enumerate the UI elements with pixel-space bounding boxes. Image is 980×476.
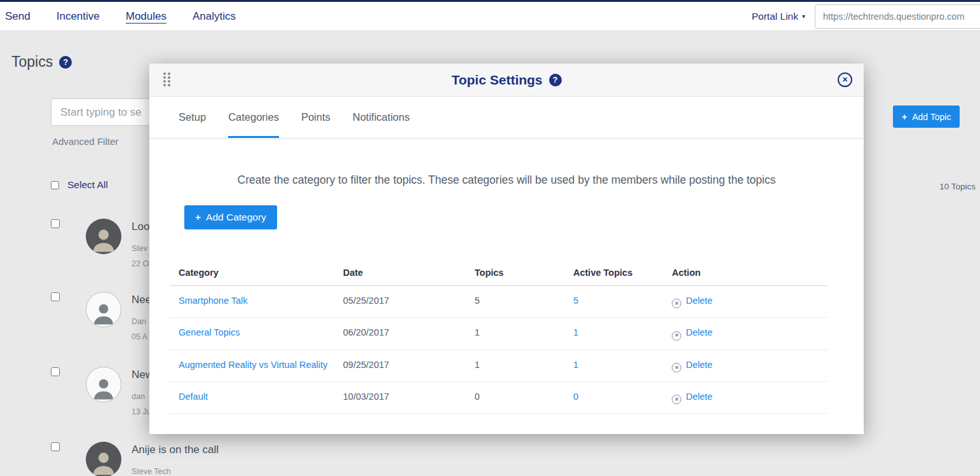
cell-topics: 1 — [466, 350, 564, 381]
cell-date: 06/20/2017 — [334, 318, 466, 350]
cell-topics: 5 — [466, 286, 564, 318]
table-row: Default 10/03/2017 0 0 ✕Delete — [170, 381, 827, 413]
nav-item-modules[interactable]: Modules — [126, 10, 167, 23]
page-title: Topics — [11, 53, 53, 71]
select-all-checkbox[interactable] — [51, 181, 59, 189]
tab-points[interactable]: Points — [301, 97, 330, 138]
close-icon[interactable]: ✕ — [838, 72, 852, 87]
delete-link[interactable]: Delete — [686, 327, 712, 337]
categories-table: Category Date Topics Active Topics Actio… — [170, 261, 827, 414]
active-topics-link[interactable]: 1 — [573, 360, 578, 370]
plus-icon: + — [195, 212, 201, 223]
portal-link-label: Portal Link — [752, 11, 798, 22]
delete-circle-icon: ✕ — [672, 395, 681, 404]
table-row: Smartphone Talk 05/25/2017 5 5 ✕Delete — [170, 286, 827, 318]
modal-title: Topic Settings — [451, 72, 542, 88]
select-all-row: Select All — [51, 179, 108, 191]
topic-checkbox[interactable] — [51, 367, 60, 376]
advanced-filter-link[interactable]: Advanced Filter — [52, 136, 118, 147]
col-topics: Topics — [466, 261, 564, 286]
topic-title[interactable]: Anije is on the call — [132, 444, 219, 456]
active-topics-link[interactable]: 0 — [573, 391, 578, 402]
table-header-row: Category Date Topics Active Topics Actio… — [170, 261, 827, 286]
avatar — [86, 219, 121, 254]
topic-meta: Anije is on the call Steve Tech — [132, 444, 219, 476]
select-all-label: Select All — [67, 179, 108, 191]
col-date: Date — [334, 261, 466, 286]
avatar — [86, 442, 121, 476]
col-action: Action — [663, 261, 827, 286]
cell-date: 05/25/2017 — [334, 286, 466, 318]
topic-author: Dan — [132, 317, 151, 326]
delete-link[interactable]: Delete — [686, 391, 712, 402]
drag-handle[interactable] — [163, 72, 170, 88]
cell-topics: 1 — [466, 318, 564, 350]
col-active-topics: Active Topics — [564, 261, 663, 286]
topic-settings-modal: Topic Settings ? ✕ Setup Categories Poin… — [149, 64, 864, 434]
person-icon — [89, 225, 118, 254]
col-category: Category — [170, 261, 334, 286]
category-link[interactable]: General Topics — [179, 327, 240, 337]
drag-dot — [163, 72, 166, 75]
tab-categories[interactable]: Categories — [228, 97, 279, 138]
nav-item-send[interactable]: Send — [5, 10, 31, 23]
modal-header: Topic Settings ? ✕ — [149, 64, 864, 97]
nav-item-analytics[interactable]: Analytics — [193, 10, 236, 23]
delete-link[interactable]: Delete — [686, 296, 712, 306]
topic-title[interactable]: Loo — [132, 221, 149, 233]
drag-dot — [168, 84, 170, 86]
chevron-down-icon: ▾ — [802, 13, 805, 20]
add-category-label: Add Category — [206, 212, 266, 223]
tab-notifications[interactable]: Notifications — [353, 97, 410, 138]
nav-item-incentive[interactable]: Incentive — [57, 10, 100, 23]
drag-dot — [163, 76, 166, 79]
avatar — [86, 367, 121, 402]
topics-count: 10 Topics — [939, 182, 976, 191]
portal-link-dropdown[interactable]: Portal Link ▾ — [752, 11, 805, 22]
portal-url-input[interactable] — [815, 4, 980, 29]
active-topics-link[interactable]: 1 — [573, 327, 578, 337]
drag-dot — [168, 76, 170, 79]
category-link[interactable]: Default — [179, 391, 208, 402]
delete-link[interactable]: Delete — [686, 360, 712, 370]
topic-checkbox[interactable] — [51, 442, 60, 451]
add-category-button[interactable]: + Add Category — [184, 205, 277, 229]
drag-dot — [163, 80, 166, 83]
table-row: Augmented Reality vs Virtual Reality 09/… — [170, 350, 827, 381]
cell-date: 09/25/2017 — [334, 350, 466, 381]
person-icon — [90, 375, 117, 402]
category-description: Create the category to filter the topics… — [149, 173, 864, 187]
topic-author: Stev — [132, 244, 149, 253]
help-icon[interactable]: ? — [549, 74, 562, 86]
person-icon — [90, 300, 117, 327]
delete-circle-icon: ✕ — [672, 331, 681, 341]
topic-meta: Nee Dan 05 A — [132, 294, 151, 341]
topic-checkbox[interactable] — [51, 219, 60, 228]
tab-setup[interactable]: Setup — [179, 97, 206, 138]
topic-date: 22 O — [132, 259, 149, 268]
category-link[interactable]: Augmented Reality vs Virtual Reality — [179, 360, 327, 370]
topic-author: Steve Tech — [132, 467, 219, 476]
page-title-row: Topics ? — [11, 53, 72, 71]
drag-dot — [168, 80, 170, 83]
active-topics-link[interactable]: 5 — [573, 296, 578, 306]
top-nav: Send Incentive Modules Analytics Portal … — [0, 0, 980, 31]
topic-meta: Loo Stev 22 O — [132, 221, 149, 268]
help-icon[interactable]: ? — [59, 56, 72, 69]
topic-title[interactable]: Nee — [132, 294, 151, 306]
person-icon — [89, 448, 118, 476]
table-row: General Topics 06/20/2017 1 1 ✕Delete — [170, 318, 827, 350]
topic-date: 05 A — [132, 332, 151, 341]
topic-list-item: Anije is on the call Steve Tech — [38, 437, 980, 476]
portal-link-group: Portal Link ▾ — [752, 4, 980, 29]
modal-tabs: Setup Categories Points Notifications — [149, 97, 864, 139]
category-link[interactable]: Smartphone Talk — [179, 296, 248, 306]
delete-circle-icon: ✕ — [672, 363, 681, 372]
topic-checkbox[interactable] — [51, 292, 60, 301]
add-topic-button[interactable]: + Add Topic — [893, 105, 960, 128]
plus-icon: + — [902, 112, 907, 122]
delete-circle-icon: ✕ — [672, 299, 681, 308]
cell-topics: 0 — [466, 381, 564, 413]
drag-dot — [168, 72, 170, 75]
add-topic-label: Add Topic — [912, 112, 951, 122]
